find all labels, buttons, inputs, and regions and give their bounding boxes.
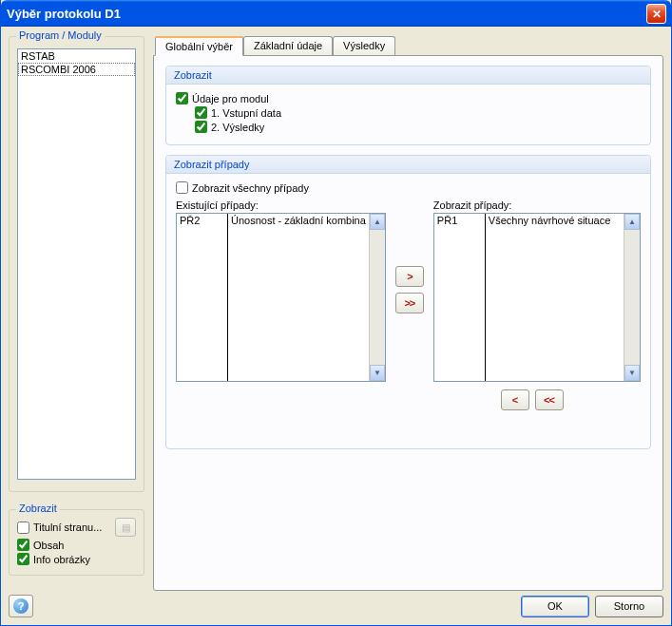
all-cases-checkbox[interactable] xyxy=(176,181,188,194)
section-cases: Zobrazit případy Zobrazit všechny případ… xyxy=(165,155,651,449)
scrollbar[interactable]: ▲ ▼ xyxy=(624,214,640,381)
double-chevron-left-icon: << xyxy=(544,394,554,406)
dialog-window: Výběr protokolu D1 ✕ Program / Moduly RS… xyxy=(0,0,672,626)
zobrazit-group: Zobrazit Titulní stranu... ▤ Obsah xyxy=(9,509,144,576)
titul-settings-button[interactable]: ▤ xyxy=(115,518,136,537)
move-all-right-button[interactable]: >> xyxy=(395,293,424,313)
shown-col: Zobrazit případy: PŘ1 Všechny návrhové s… xyxy=(433,199,641,382)
modules-group-title: Program / Moduly xyxy=(16,29,105,41)
list-item[interactable]: Únosnost - základní kombina xyxy=(228,214,369,227)
obsah-checkbox[interactable] xyxy=(17,539,29,551)
ok-label: OK xyxy=(547,600,563,612)
storno-label: Storno xyxy=(614,600,644,612)
info-label: Info obrázky xyxy=(33,554,90,565)
zobrazit-group-title: Zobrazit xyxy=(16,503,60,514)
help-button[interactable]: ? xyxy=(9,595,33,617)
list-col-desc: Únosnost - základní kombina xyxy=(228,214,369,381)
titul-checkbox[interactable] xyxy=(17,522,29,534)
titul-checkbox-row[interactable]: Titulní stranu... xyxy=(17,522,102,534)
move-all-left-button[interactable]: << xyxy=(535,389,564,410)
list-item[interactable]: PŘ1 xyxy=(434,214,485,227)
titul-label: Titulní stranu... xyxy=(33,522,102,533)
obsah-label: Obsah xyxy=(33,540,64,551)
vstup-label: 1. Vstupní data xyxy=(211,107,281,119)
obsah-checkbox-row[interactable]: Obsah xyxy=(17,539,136,551)
cases-area: Existující případy: PŘ2 Únosnost - zákla… xyxy=(176,199,641,382)
tab-panel: Globální výběr Základní údaje Výsledky Z… xyxy=(153,36,663,595)
module-item[interactable]: RSCOMBI 2006 xyxy=(18,63,135,76)
move-right-button[interactable]: > xyxy=(395,266,424,287)
vysl-checkbox[interactable] xyxy=(195,121,207,133)
transfer-buttons: > >> xyxy=(394,199,426,313)
vysl-label: 2. Výsledky xyxy=(211,122,264,133)
scrollbar[interactable]: ▲ ▼ xyxy=(369,214,385,381)
scroll-down-icon[interactable]: ▼ xyxy=(370,365,385,381)
footer: ? OK Storno xyxy=(9,595,663,617)
list-col-desc: Všechny návrhové situace xyxy=(486,214,624,381)
chevron-left-icon: < xyxy=(512,394,517,406)
modules-group: Program / Moduly RSTAB RSCOMBI 2006 xyxy=(9,36,144,492)
help-icon: ? xyxy=(13,598,29,614)
all-cases-checkbox-row[interactable]: Zobrazit všechny případy xyxy=(176,181,641,194)
existing-label: Existující případy: xyxy=(176,199,386,211)
info-checkbox[interactable] xyxy=(17,553,29,565)
scroll-up-icon[interactable]: ▲ xyxy=(624,214,640,230)
close-icon: ✕ xyxy=(652,8,662,21)
vstup-checkbox-row[interactable]: 1. Vstupní data xyxy=(195,106,641,119)
tab-results[interactable]: Výsledky xyxy=(333,36,395,55)
module-item[interactable]: RSTAB xyxy=(18,49,135,63)
chevron-right-icon: > xyxy=(407,271,412,282)
double-chevron-right-icon: >> xyxy=(404,297,414,309)
tab-global[interactable]: Globální výběr xyxy=(155,36,243,56)
dialog-buttons: OK Storno xyxy=(521,596,663,617)
storno-button[interactable]: Storno xyxy=(595,596,663,617)
content-area: Program / Moduly RSTAB RSCOMBI 2006 Zobr… xyxy=(1,27,671,625)
section-zobrazit: Zobrazit Údaje pro modul 1. Vstupní data… xyxy=(165,66,651,145)
tab-body: Zobrazit Údaje pro modul 1. Vstupní data… xyxy=(153,55,663,591)
module-list[interactable]: RSTAB RSCOMBI 2006 xyxy=(17,48,136,480)
close-button[interactable]: ✕ xyxy=(646,4,666,24)
section-cases-title: Zobrazit případy xyxy=(166,156,650,174)
info-checkbox-row[interactable]: Info obrázky xyxy=(17,553,136,565)
all-cases-label: Zobrazit všechny případy xyxy=(192,182,309,194)
vstup-checkbox[interactable] xyxy=(195,106,207,119)
list-item[interactable]: PŘ2 xyxy=(177,214,227,227)
section-zobrazit-title: Zobrazit xyxy=(166,66,650,85)
tab-strip: Globální výběr Základní údaje Výsledky xyxy=(153,36,663,55)
vysl-checkbox-row[interactable]: 2. Výsledky xyxy=(195,121,641,133)
move-left-button[interactable]: < xyxy=(501,389,529,410)
shown-label: Zobrazit případy: xyxy=(433,199,641,211)
scroll-down-icon[interactable]: ▼ xyxy=(624,365,640,381)
list-col-code: PŘ1 xyxy=(434,214,486,381)
scroll-up-icon[interactable]: ▲ xyxy=(370,214,385,230)
titlebar: Výběr protokolu D1 ✕ xyxy=(1,0,671,27)
existing-col: Existující případy: PŘ2 Únosnost - zákla… xyxy=(176,199,386,382)
list-item[interactable]: Všechny návrhové situace xyxy=(486,214,624,227)
existing-listbox[interactable]: PŘ2 Únosnost - základní kombina ▲ ▼ xyxy=(176,213,386,382)
tab-basic[interactable]: Základní údaje xyxy=(243,36,333,55)
modul-label: Údaje pro modul xyxy=(192,93,269,104)
ok-button[interactable]: OK xyxy=(521,596,589,617)
document-icon: ▤ xyxy=(122,522,130,533)
bottom-transfer-buttons: < << xyxy=(176,389,641,410)
list-col-code: PŘ2 xyxy=(177,214,228,381)
modul-checkbox[interactable] xyxy=(176,92,188,104)
shown-listbox[interactable]: PŘ1 Všechny návrhové situace ▲ ▼ xyxy=(433,213,641,382)
modul-checkbox-row[interactable]: Údaje pro modul xyxy=(176,92,641,104)
left-panel: Program / Moduly RSTAB RSCOMBI 2006 Zobr… xyxy=(9,36,144,500)
window-title: Výběr protokolu D1 xyxy=(7,7,121,21)
